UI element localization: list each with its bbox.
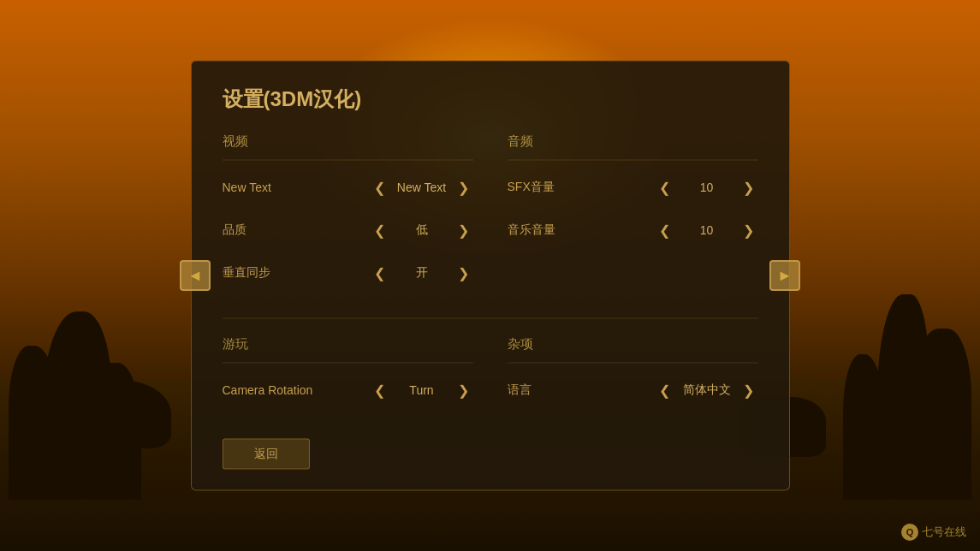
misc-section-label: 杂项 xyxy=(508,336,758,353)
audio-divider xyxy=(508,160,758,161)
return-button[interactable]: 返回 xyxy=(223,439,310,470)
audio-section: 音频 SFX音量 ❮ 10 ❯ 音乐音量 ❮ 10 ❯ xyxy=(508,130,758,301)
gameplay-row-0-right-arrow[interactable]: ❯ xyxy=(454,381,473,400)
gameplay-row-0-name: Camera Rotation xyxy=(223,383,371,397)
audio-row-1-name: 音乐音量 xyxy=(508,222,656,238)
video-row-2-right-arrow[interactable]: ❯ xyxy=(454,264,473,282)
video-row-2-value: 开 xyxy=(396,265,448,281)
video-row-0-right-arrow[interactable]: ❯ xyxy=(454,178,473,197)
video-row-1-left-arrow[interactable]: ❮ xyxy=(371,221,389,240)
video-section-label: 视频 xyxy=(223,133,473,150)
audio-row-0-value: 10 xyxy=(681,181,733,194)
gameplay-divider xyxy=(223,363,473,364)
video-row-2-name: 垂直同步 xyxy=(223,265,371,281)
video-row-0-left-arrow[interactable]: ❮ xyxy=(371,178,389,197)
video-row-2: 垂直同步 ❮ 开 ❯ xyxy=(223,258,473,287)
misc-divider xyxy=(508,363,758,364)
video-row-1: 品质 ❮ 低 ❯ xyxy=(223,216,473,245)
misc-row-0-value: 简体中文 xyxy=(681,382,733,398)
watermark: Q 七号在线 xyxy=(901,524,966,541)
next-page-arrow[interactable]: ► xyxy=(769,260,800,291)
audio-row-0-left-arrow[interactable]: ❮ xyxy=(656,178,674,197)
gameplay-section-label: 游玩 xyxy=(223,336,473,353)
audio-row-0: SFX音量 ❮ 10 ❯ xyxy=(508,173,758,202)
bottom-grid: 游玩 Camera Rotation ❮ Turn ❯ 杂项 语言 xyxy=(223,333,758,418)
video-row-0-name: New Text xyxy=(223,181,371,194)
misc-row-0: 语言 ❮ 简体中文 ❯ xyxy=(508,376,758,405)
audio-row-0-name: SFX音量 xyxy=(508,180,656,195)
watermark-text: 七号在线 xyxy=(922,524,966,540)
video-row-0: New Text ❮ New Text ❯ xyxy=(223,173,473,202)
video-row-0-control: ❮ New Text ❯ xyxy=(371,178,473,197)
audio-section-label: 音频 xyxy=(508,133,758,150)
video-row-1-control: ❮ 低 ❯ xyxy=(371,221,473,240)
watermark-icon: Q xyxy=(901,524,918,541)
audio-row-1-control: ❮ 10 ❯ xyxy=(656,221,758,240)
trees-right xyxy=(809,243,980,500)
video-section: 视频 New Text ❮ New Text ❯ 品质 ❮ 低 ❯ xyxy=(223,130,473,301)
misc-row-0-left-arrow[interactable]: ❮ xyxy=(656,381,674,400)
prev-page-arrow[interactable]: ◄ xyxy=(180,260,211,291)
gameplay-row-0: Camera Rotation ❮ Turn ❯ xyxy=(223,376,473,405)
audio-row-1: 音乐音量 ❮ 10 ❯ xyxy=(508,216,758,245)
video-divider xyxy=(223,160,473,161)
gameplay-row-0-control: ❮ Turn ❯ xyxy=(371,381,473,400)
audio-row-1-left-arrow[interactable]: ❮ xyxy=(656,221,674,240)
video-row-2-left-arrow[interactable]: ❮ xyxy=(371,264,389,282)
video-row-1-right-arrow[interactable]: ❯ xyxy=(454,221,473,240)
animal-silhouette-left xyxy=(68,380,171,448)
audio-row-0-right-arrow[interactable]: ❯ xyxy=(739,178,758,197)
gameplay-row-0-left-arrow[interactable]: ❮ xyxy=(371,381,389,400)
audio-row-1-right-arrow[interactable]: ❯ xyxy=(739,221,758,240)
bottom-sections: 游玩 Camera Rotation ❮ Turn ❯ 杂项 语言 xyxy=(223,318,758,418)
misc-row-0-right-arrow[interactable]: ❯ xyxy=(739,381,758,400)
gameplay-row-0-value: Turn xyxy=(396,383,448,397)
misc-section: 杂项 语言 ❮ 简体中文 ❯ xyxy=(508,333,758,418)
gameplay-section: 游玩 Camera Rotation ❮ Turn ❯ xyxy=(223,333,473,418)
misc-row-0-control: ❮ 简体中文 ❯ xyxy=(656,381,758,400)
settings-dialog: 设置(3DM汉化) 视频 New Text ❮ New Text ❯ 品质 ❮ … xyxy=(191,61,790,491)
video-row-1-value: 低 xyxy=(396,222,448,238)
audio-row-1-value: 10 xyxy=(681,223,733,237)
settings-grid: 视频 New Text ❮ New Text ❯ 品质 ❮ 低 ❯ xyxy=(223,130,758,301)
video-row-0-value: New Text xyxy=(396,181,448,194)
video-row-1-name: 品质 xyxy=(223,222,371,238)
audio-row-0-control: ❮ 10 ❯ xyxy=(656,178,758,197)
video-row-2-control: ❮ 开 ❯ xyxy=(371,264,473,282)
dialog-title: 设置(3DM汉化) xyxy=(223,86,758,113)
misc-row-0-name: 语言 xyxy=(508,382,656,398)
